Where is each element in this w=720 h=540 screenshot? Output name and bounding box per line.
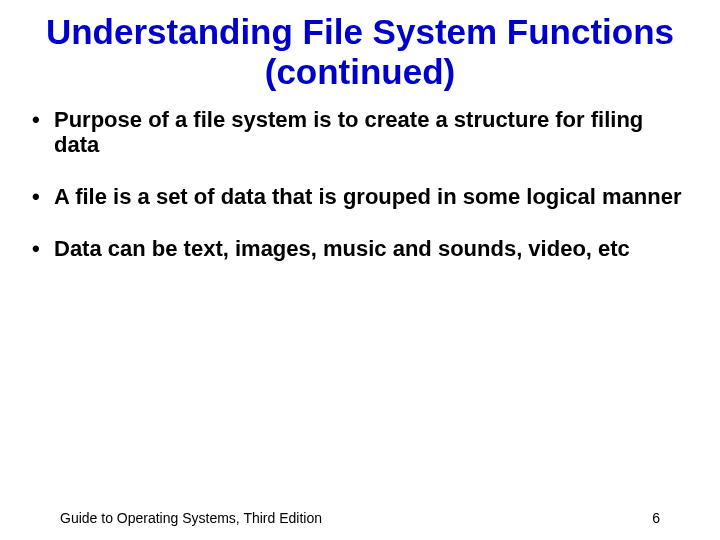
footer-text: Guide to Operating Systems, Third Editio… bbox=[60, 510, 322, 526]
slide-title: Understanding File System Functions (con… bbox=[0, 0, 720, 101]
page-number: 6 bbox=[652, 510, 660, 526]
list-item: Purpose of a file system is to create a … bbox=[28, 107, 692, 159]
list-item: Data can be text, images, music and soun… bbox=[28, 236, 692, 262]
slide-body: Purpose of a file system is to create a … bbox=[0, 101, 720, 263]
slide: Understanding File System Functions (con… bbox=[0, 0, 720, 540]
list-item: A file is a set of data that is grouped … bbox=[28, 184, 692, 210]
slide-footer: Guide to Operating Systems, Third Editio… bbox=[0, 510, 720, 526]
bullet-list: Purpose of a file system is to create a … bbox=[28, 107, 692, 263]
